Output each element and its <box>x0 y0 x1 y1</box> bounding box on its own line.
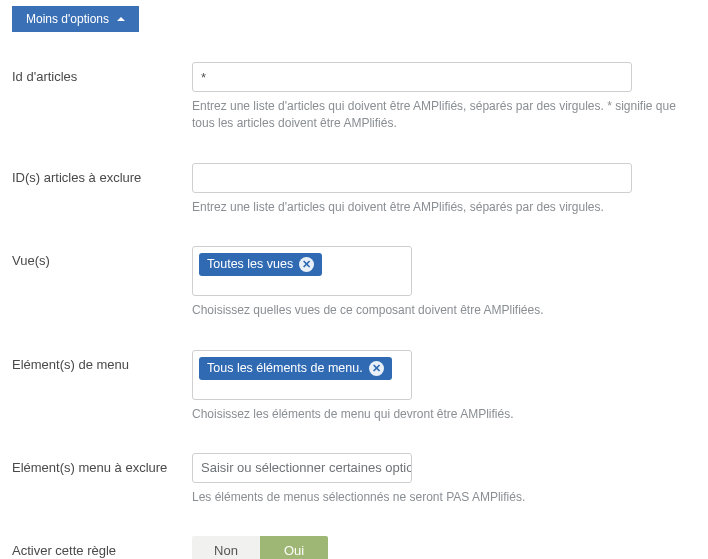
close-icon[interactable]: ✕ <box>299 257 314 272</box>
label-menu-exclude: Elément(s) menu à exclure <box>12 453 192 475</box>
views-tagbox[interactable]: Toutes les vues ✕ <box>192 246 412 296</box>
exclude-ids-input[interactable] <box>192 163 632 193</box>
row-exclude-ids: ID(s) articles à exclure Entrez une list… <box>12 163 696 216</box>
close-icon[interactable]: ✕ <box>369 361 384 376</box>
label-exclude-ids: ID(s) articles à exclure <box>12 163 192 185</box>
label-menu-items: Elément(s) de menu <box>12 350 192 372</box>
label-views: Vue(s) <box>12 246 192 268</box>
fewer-options-button[interactable]: Moins d'options <box>12 6 139 32</box>
row-article-ids: Id d'articles Entrez une liste d'article… <box>12 62 696 133</box>
hint-menu-exclude: Les éléments de menus sélectionnés ne se… <box>192 489 682 506</box>
caret-up-icon <box>117 17 125 21</box>
enable-rule-toggle: Non Oui <box>192 536 328 559</box>
row-menu-items: Elément(s) de menu Tous les éléments de … <box>12 350 696 423</box>
fewer-options-label: Moins d'options <box>26 12 109 26</box>
row-views: Vue(s) Toutes les vues ✕ Choisissez quel… <box>12 246 696 319</box>
enable-rule-yes[interactable]: Oui <box>260 536 328 559</box>
hint-exclude-ids: Entrez une liste d'articles qui doivent … <box>192 199 682 216</box>
menu-items-tag: Tous les éléments de menu. ✕ <box>199 357 392 380</box>
row-menu-exclude: Elément(s) menu à exclure Saisir ou séle… <box>12 453 696 506</box>
hint-menu-items: Choisissez les éléments de menu qui devr… <box>192 406 682 423</box>
enable-rule-no[interactable]: Non <box>192 536 260 559</box>
label-enable-rule: Activer cette règle <box>12 536 192 558</box>
menu-exclude-select[interactable]: Saisir ou sélectionner certaines options <box>192 453 412 483</box>
hint-views: Choisissez quelles vues de ce composant … <box>192 302 682 319</box>
menu-items-tag-label: Tous les éléments de menu. <box>207 361 363 376</box>
label-article-ids: Id d'articles <box>12 62 192 84</box>
row-enable-rule: Activer cette règle Non Oui Réglez sur N… <box>12 536 696 559</box>
menu-exclude-placeholder: Saisir ou sélectionner certaines options <box>201 460 412 475</box>
menu-items-tagbox[interactable]: Tous les éléments de menu. ✕ <box>192 350 412 400</box>
hint-article-ids: Entrez une liste d'articles qui doivent … <box>192 98 682 133</box>
views-tag-label: Toutes les vues <box>207 257 293 272</box>
views-tag: Toutes les vues ✕ <box>199 253 322 276</box>
article-ids-input[interactable] <box>192 62 632 92</box>
